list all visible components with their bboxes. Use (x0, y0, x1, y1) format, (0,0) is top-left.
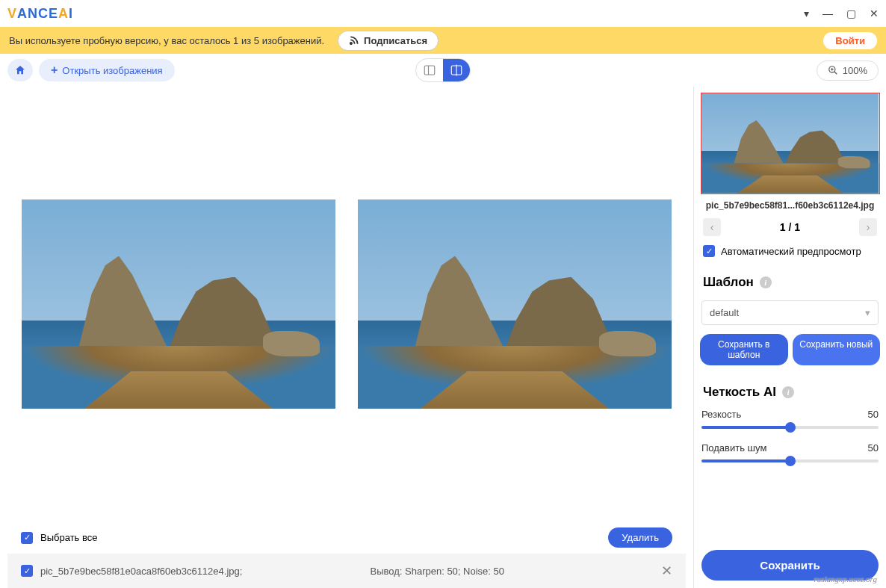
menu-icon[interactable]: ▾ (804, 7, 809, 19)
view-mode-toggle (415, 58, 471, 82)
pager-text: 1 / 1 (780, 221, 800, 233)
trial-banner: Вы используете пробную версию, у вас ост… (0, 27, 886, 54)
info-icon[interactable]: i (760, 276, 772, 288)
pager: ‹ 1 / 1 › (700, 217, 880, 238)
file-list-header: ✓ Выбрать все Удалить (7, 522, 686, 554)
chevron-down-icon: ▾ (865, 307, 870, 318)
window-controls: ▾ — ▢ ✕ (804, 7, 879, 19)
preview-original (22, 199, 335, 409)
thumbnail-filename: pic_5b7e9bec58f81...f60eb3c6112e4.jpg (700, 194, 880, 217)
auto-preview-row: ✓ Автоматический предпросмотр (700, 238, 880, 269)
subscribe-button[interactable]: Подписаться (338, 31, 439, 51)
remove-file-icon[interactable]: ✕ (661, 563, 672, 579)
delete-button[interactable]: Удалить (608, 527, 672, 548)
auto-preview-checkbox[interactable]: ✓ (703, 245, 715, 257)
sharpness-slider-row: Резкость 50 (700, 406, 880, 439)
template-select[interactable]: default ▾ (701, 300, 879, 325)
select-all-label: Выбрать все (40, 532, 97, 543)
workspace: ✓ Выбрать все Удалить ✓ pic_5b7e9bec58f8… (0, 87, 693, 588)
template-section-title: Шаблон i (700, 269, 880, 296)
compare-icon (450, 64, 463, 77)
noise-value: 50 (868, 442, 879, 454)
home-button[interactable] (7, 59, 33, 81)
zoom-in-icon (828, 65, 838, 75)
sharpness-value: 50 (868, 409, 879, 420)
noise-slider-row: Подавить шум 50 (700, 439, 880, 473)
preview-area (7, 87, 686, 522)
settings-sidebar: pic_5b7e9bec58f81...f60eb3c6112e4.jpg ‹ … (693, 87, 886, 588)
view-single-button[interactable] (416, 59, 443, 81)
auto-preview-label: Автоматический предпросмотр (721, 246, 861, 257)
maximize-icon[interactable]: ▢ (846, 7, 856, 19)
titlebar: VANCEAI ▾ — ▢ ✕ (0, 0, 886, 27)
file-name: pic_5b7e9bec58f81e0aca8f60eb3c6112e4.jpg… (40, 566, 242, 577)
thumbnail[interactable] (701, 93, 880, 194)
file-row: ✓ pic_5b7e9bec58f81e0aca8f60eb3c6112e4.j… (7, 554, 686, 588)
file-output-settings: Вывод: Sharpen: 50; Noise: 50 (370, 566, 504, 577)
save-new-template-button[interactable]: Сохранить новый (793, 334, 881, 365)
main-toolbar: + Открыть изображения 100% (0, 54, 886, 87)
select-all-checkbox[interactable]: ✓ (21, 532, 33, 544)
app-logo: VANCEAI (7, 6, 73, 22)
svg-rect-1 (424, 66, 435, 75)
view-compare-button[interactable] (443, 59, 470, 81)
minimize-icon[interactable]: — (823, 7, 833, 19)
zoom-control[interactable]: 100% (817, 61, 879, 81)
rss-icon (349, 35, 359, 46)
info-icon[interactable]: i (782, 386, 794, 398)
watermark: ruslangxp.ucoz.org (814, 575, 877, 584)
noise-slider[interactable] (701, 459, 879, 462)
svg-point-0 (350, 43, 352, 44)
close-icon[interactable]: ✕ (870, 7, 879, 19)
sharpness-label: Резкость (701, 409, 741, 420)
trial-message: Вы используете пробную версию, у вас ост… (9, 35, 324, 46)
save-to-template-button[interactable]: Сохранить в шаблон (700, 334, 788, 365)
template-buttons: Сохранить в шаблон Сохранить новый (700, 329, 880, 379)
noise-label: Подавить шум (701, 442, 766, 454)
home-icon (14, 64, 26, 76)
sharpness-slider[interactable] (701, 426, 879, 429)
login-button[interactable]: Войти (823, 32, 877, 49)
plus-icon: + (51, 64, 58, 77)
split-vertical-icon (423, 64, 436, 77)
svg-line-6 (834, 72, 837, 75)
open-images-button[interactable]: + Открыть изображения (39, 59, 175, 81)
pager-prev-button[interactable]: ‹ (703, 218, 721, 236)
sidebar-scroll: pic_5b7e9bec58f81...f60eb3c6112e4.jpg ‹ … (694, 87, 886, 542)
pager-next-button[interactable]: › (859, 218, 877, 236)
main-area: ✓ Выбрать все Удалить ✓ pic_5b7e9bec58f8… (0, 87, 886, 588)
file-checkbox[interactable]: ✓ (21, 565, 33, 577)
clarity-section-title: Четкость AI i (700, 379, 880, 406)
preview-processed (358, 199, 672, 409)
